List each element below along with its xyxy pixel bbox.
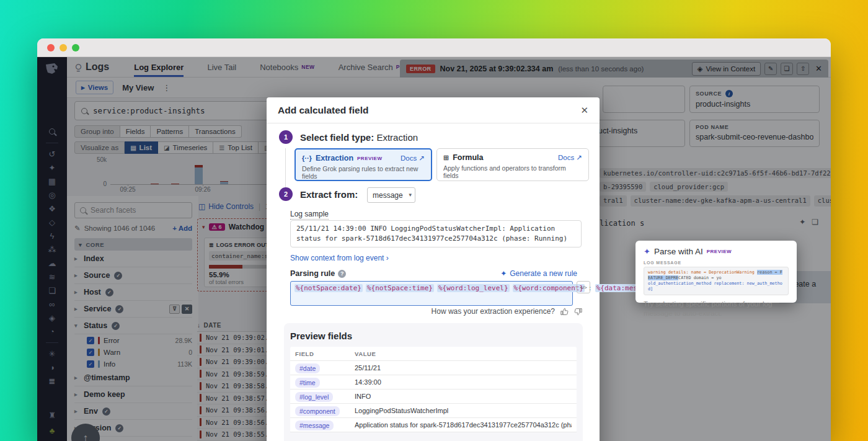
maximize-window-button[interactable] xyxy=(72,44,79,51)
grok-token-chip[interactable]: %{word:component} xyxy=(513,284,585,292)
window-titlebar[interactable] xyxy=(37,38,831,57)
preview-fields-section: Preview fields FIELDVALUE#date25/11/21#t… xyxy=(284,323,583,441)
generate-rule-link[interactable]: ✦ Generate a new rule xyxy=(500,269,577,278)
field-chip[interactable]: #time xyxy=(295,378,320,388)
formula-type-card[interactable]: ⊞ Formula Docs ↗ Apply functions and ope… xyxy=(436,148,589,181)
thumbs-down-icon[interactable] xyxy=(574,308,582,316)
log-message-sample[interactable]: warning details: name = DeprecationWarni… xyxy=(644,267,789,295)
show-context-link[interactable]: Show context from log event › xyxy=(290,254,389,262)
log-sample-box[interactable]: 25/11/21 14:39:00 INFO LoggingPodStatusW… xyxy=(290,220,582,247)
preview-fields-title: Preview fields xyxy=(290,331,577,341)
calculator-icon: ⊞ xyxy=(443,154,449,162)
log-message-section-label: LOG MESSAGE xyxy=(644,261,789,265)
docs-link[interactable]: Docs ↗ xyxy=(401,154,425,163)
parsing-rule-label: Parsing rule ? xyxy=(290,269,346,278)
grok-braces-icon: {··} xyxy=(302,154,312,162)
field-chip[interactable]: #log_level xyxy=(295,392,333,402)
step-2-label: Extract from: xyxy=(300,189,358,200)
minimize-window-button[interactable] xyxy=(60,44,67,51)
grok-token-chip[interactable]: %{word:log_level} xyxy=(437,284,510,292)
preview-table-row: #date25/11/21 xyxy=(290,361,577,375)
parse-with-ai-tooltip: ✦ Parse with AI PREVIEW LOG MESSAGE warn… xyxy=(636,241,797,303)
grok-token-chip[interactable]: %{notSpace:time} xyxy=(366,284,434,292)
docs-link[interactable]: Docs ↗ xyxy=(558,153,582,162)
sparkle-icon: ✦ xyxy=(644,247,650,256)
extraction-type-card[interactable]: {··} Extraction PREVIEW Docs ↗ Define Gr… xyxy=(294,148,432,181)
parse-ai-title: Parse with AI xyxy=(654,247,703,256)
step-1-label: Select field type: Extraction xyxy=(300,132,418,143)
preview-table-row: #componentLoggingPodStatusWatcherImpl xyxy=(290,404,577,418)
sparkle-icon: ✦ xyxy=(500,269,507,278)
grok-token-chip[interactable]: %{notSpace:date} xyxy=(294,284,363,292)
preview-table-row: #time14:39:00 xyxy=(290,375,577,390)
add-calculated-field-modal: Add calculated field ✕ 1 Select field ty… xyxy=(267,97,600,441)
field-chip[interactable]: #date xyxy=(295,363,320,373)
step-2-badge: 2 xyxy=(279,187,293,201)
preview-table-row: #log_levelINFO xyxy=(290,390,577,404)
parse-ai-hint: Try selecting specific portions of your … xyxy=(644,300,789,318)
app-window: ↺✦▦◎❖◇ϟ⁂☁≋❏∞◈◔✳◑≣ ♜♣ ⍜ Logs Log Explorer… xyxy=(37,38,831,441)
modal-title: Add calculated field xyxy=(278,105,368,116)
help-icon[interactable]: ? xyxy=(338,270,346,278)
field-chip[interactable]: #message xyxy=(295,421,334,430)
extract-from-dropdown[interactable]: message ▼ xyxy=(367,187,415,203)
preview-table-header: FIELDVALUE xyxy=(290,347,577,361)
desktop-background: ↺✦▦◎❖◇ϟ⁂☁≋❏∞◈◔✳◑≣ ♜♣ ⍜ Logs Log Explorer… xyxy=(0,0,868,441)
step-1-badge: 1 xyxy=(279,130,293,144)
code-view-button[interactable]: </> xyxy=(577,281,590,293)
app-content: ↺✦▦◎❖◇ϟ⁂☁≋❏∞◈◔✳◑≣ ♜♣ ⍜ Logs Log Explorer… xyxy=(37,57,831,441)
close-icon[interactable]: ✕ xyxy=(580,105,588,116)
thumbs-up-icon[interactable] xyxy=(560,308,569,316)
chevron-down-icon: ▼ xyxy=(408,192,413,198)
field-chip[interactable]: #component xyxy=(295,406,340,416)
log-sample-label: Log sample xyxy=(290,210,329,220)
feedback-row: How was your extraction experience? xyxy=(432,307,582,316)
preview-table-row: #messageApplication status for spark-571… xyxy=(290,418,577,432)
close-window-button[interactable] xyxy=(47,44,55,51)
parsing-rule-editor[interactable]: %{notSpace:date}%{notSpace:time}%{word:l… xyxy=(290,281,573,306)
preview-fields-table: FIELDVALUE#date25/11/21#time14:39:00#log… xyxy=(290,347,577,432)
step-connector xyxy=(285,148,286,189)
